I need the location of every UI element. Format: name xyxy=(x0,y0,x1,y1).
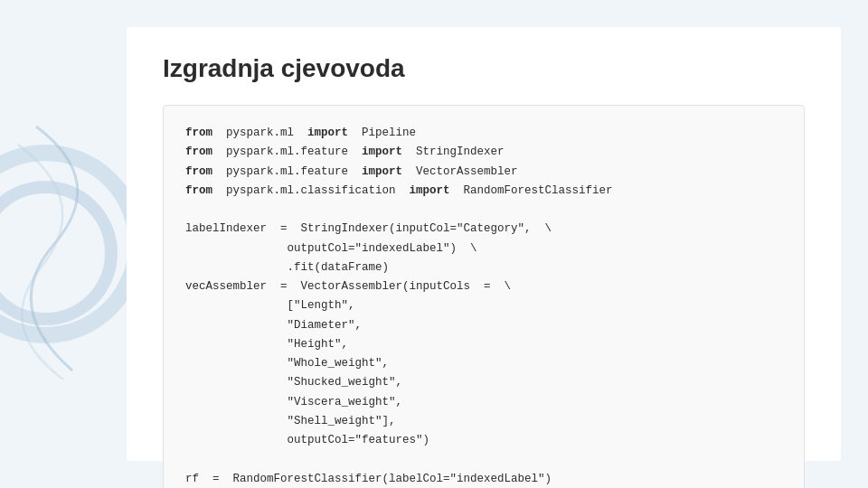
deco-lines xyxy=(0,108,145,380)
code-line-11: "Height", xyxy=(185,335,782,354)
code-line-15: "Shell_weight"], xyxy=(185,412,782,431)
code-line-9: ["Length", xyxy=(185,296,782,315)
code-line-10: "Diameter", xyxy=(185,316,782,335)
code-line-8: vecAssembler = VectorAssembler(inputCols… xyxy=(185,277,782,296)
code-line-17: rf = RandomForestClassifier(labelCol="in… xyxy=(185,470,782,489)
page-title: Izgradnja cjevovoda xyxy=(163,54,805,83)
code-line-1: from pyspark.ml import Pipeline xyxy=(185,124,782,143)
code-line-4: from pyspark.ml.classification import Ra… xyxy=(185,182,782,201)
code-line-16: outputCol="features") xyxy=(185,431,782,450)
code-line-2: from pyspark.ml.feature import StringInd… xyxy=(185,143,782,162)
code-line-blank1 xyxy=(185,201,782,220)
code-line-7: .fit(dataFrame) xyxy=(185,258,782,277)
content-area: Izgradnja cjevovoda from pyspark.ml impo… xyxy=(127,27,841,461)
code-line-blank2 xyxy=(185,450,782,469)
code-line-12: "Whole_weight", xyxy=(185,354,782,373)
code-line-14: "Viscera_weight", xyxy=(185,393,782,412)
code-line-3: from pyspark.ml.feature import VectorAss… xyxy=(185,163,782,182)
page-container: Izgradnja cjevovoda from pyspark.ml impo… xyxy=(0,0,868,488)
code-line-6: outputCol="indexedLabel") \ xyxy=(185,239,782,258)
code-line-5: labelIndexer = StringIndexer(inputCol="C… xyxy=(185,220,782,239)
code-line-13: "Shucked_weight", xyxy=(185,373,782,392)
code-block: from pyspark.ml import Pipeline from pys… xyxy=(163,105,805,488)
